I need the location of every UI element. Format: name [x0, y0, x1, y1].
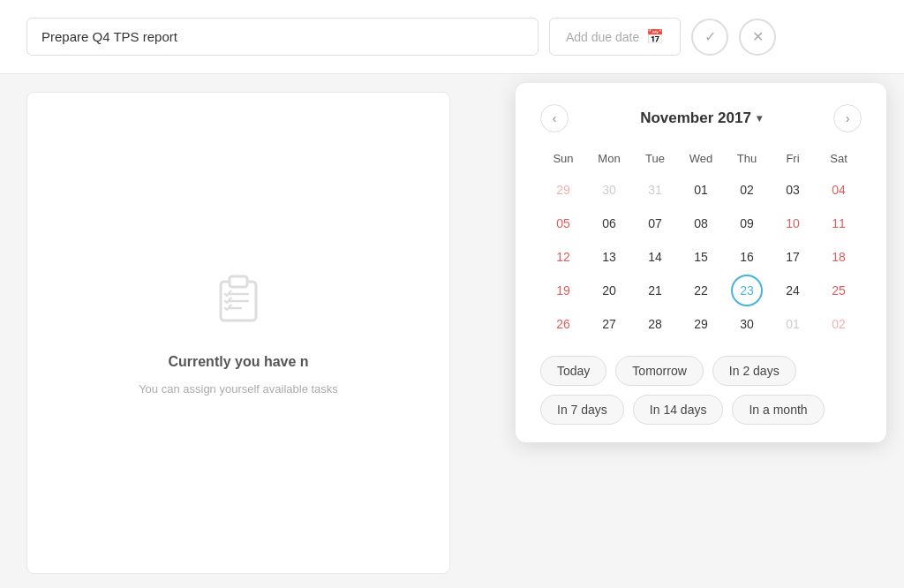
calendar-day[interactable]: 23 — [731, 275, 763, 306]
due-date-button[interactable]: Add due date 📅 — [549, 18, 681, 56]
calendar-dropdown: ‹ November 2017 ▾ › SunMonTueWedThuFriSa… — [516, 83, 886, 442]
weekday-label: Tue — [632, 148, 678, 169]
calendar-weekdays: SunMonTueWedThuFriSat — [540, 148, 862, 169]
cancel-button[interactable]: ✕ — [739, 19, 776, 56]
calendar-day[interactable]: 11 — [823, 207, 855, 239]
no-tasks-subtitle: You can assign yourself available tasks — [139, 381, 338, 398]
prev-month-button[interactable]: ‹ — [540, 104, 569, 132]
confirm-button[interactable]: ✓ — [691, 19, 728, 56]
svg-rect-1 — [230, 276, 247, 287]
calendar-day[interactable]: 20 — [593, 275, 625, 306]
calendar-day[interactable]: 21 — [639, 275, 671, 306]
quick-buttons-container: TodayTomorrowIn 2 daysIn 7 daysIn 14 day… — [540, 356, 862, 425]
no-tasks-title: Currently you have n — [168, 354, 308, 370]
chevron-down-icon: ▾ — [757, 112, 762, 124]
calendar-day[interactable]: 03 — [777, 174, 809, 206]
calendar-day[interactable]: 16 — [731, 241, 763, 273]
calendar-day[interactable]: 17 — [777, 241, 809, 273]
next-month-button[interactable]: › — [833, 104, 862, 132]
calendar-day[interactable]: 27 — [593, 308, 625, 340]
calendar-days: 2930310102030405060708091011121314151617… — [540, 174, 862, 340]
calendar-day[interactable]: 01 — [777, 308, 809, 340]
weekday-label: Sun — [540, 148, 586, 169]
calendar-day[interactable]: 29 — [547, 174, 579, 206]
calendar-day[interactable]: 14 — [639, 241, 671, 273]
quick-date-button[interactable]: Tomorrow — [615, 356, 703, 386]
calendar-day[interactable]: 10 — [777, 207, 809, 239]
calendar-day[interactable]: 01 — [685, 174, 717, 206]
quick-date-button[interactable]: In 2 days — [712, 356, 796, 386]
calendar-day[interactable]: 31 — [639, 174, 671, 206]
calendar-day[interactable]: 26 — [547, 308, 579, 340]
quick-date-button[interactable]: In 7 days — [540, 395, 624, 425]
calendar-grid: SunMonTueWedThuFriSat 293031010203040506… — [540, 148, 862, 340]
calendar-day[interactable]: 04 — [823, 174, 855, 206]
calendar-day[interactable]: 13 — [593, 241, 625, 273]
due-date-label: Add due date — [566, 30, 639, 44]
calendar-day[interactable]: 28 — [639, 308, 671, 340]
chevron-right-icon: › — [846, 111, 850, 125]
close-icon: ✕ — [752, 28, 764, 45]
calendar-day[interactable]: 30 — [593, 174, 625, 206]
calendar-icon: 📅 — [646, 28, 664, 45]
weekday-label: Thu — [724, 148, 770, 169]
clipboard-icon — [210, 268, 267, 336]
calendar-day[interactable]: 19 — [547, 275, 579, 306]
top-bar: Add due date 📅 ✓ ✕ — [0, 0, 904, 74]
calendar-day[interactable]: 02 — [731, 174, 763, 206]
weekday-label: Mon — [586, 148, 632, 169]
calendar-day[interactable]: 22 — [685, 275, 717, 306]
calendar-day[interactable]: 02 — [823, 308, 855, 340]
calendar-day[interactable]: 07 — [639, 207, 671, 239]
calendar-day[interactable]: 06 — [593, 207, 625, 239]
chevron-left-icon: ‹ — [553, 111, 557, 125]
weekday-label: Wed — [678, 148, 724, 169]
calendar-day[interactable]: 12 — [547, 241, 579, 273]
weekday-label: Fri — [770, 148, 816, 169]
task-input[interactable] — [26, 18, 539, 56]
calendar-day[interactable]: 08 — [685, 207, 717, 239]
calendar-day[interactable]: 18 — [823, 241, 855, 273]
calendar-day[interactable]: 05 — [547, 207, 579, 239]
calendar-day[interactable]: 30 — [731, 308, 763, 340]
quick-date-button[interactable]: In a month — [732, 395, 824, 425]
calendar-day[interactable]: 29 — [685, 308, 717, 340]
quick-date-button[interactable]: Today — [540, 356, 606, 386]
checkmark-icon: ✓ — [704, 28, 716, 45]
calendar-header: ‹ November 2017 ▾ › — [540, 104, 862, 132]
calendar-day[interactable]: 25 — [823, 275, 855, 306]
calendar-day[interactable]: 24 — [777, 275, 809, 306]
calendar-day[interactable]: 15 — [685, 241, 717, 273]
main-area: Currently you have n You can assign your… — [0, 74, 904, 588]
month-title[interactable]: November 2017 ▾ — [640, 109, 762, 127]
calendar-day[interactable]: 09 — [731, 207, 763, 239]
quick-date-button[interactable]: In 14 days — [633, 395, 724, 425]
weekday-label: Sat — [816, 148, 862, 169]
content-panel: Currently you have n You can assign your… — [26, 92, 450, 574]
